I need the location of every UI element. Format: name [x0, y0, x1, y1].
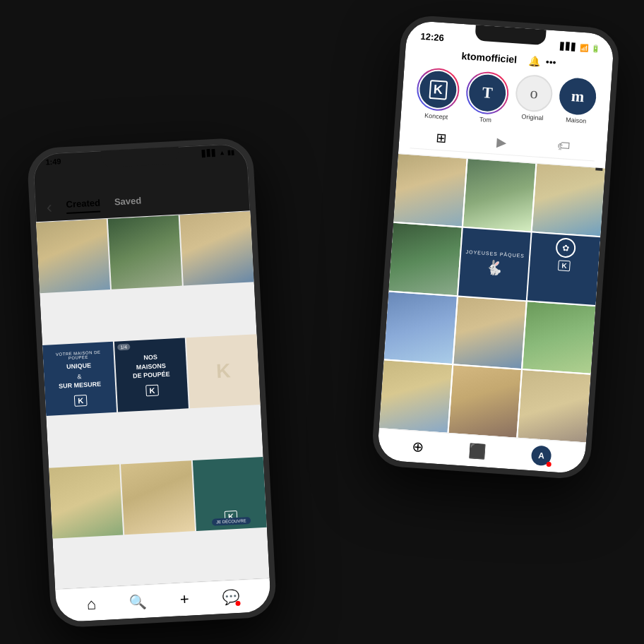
card1-title-mesure: SUR MESURE	[59, 381, 101, 390]
reels-icon[interactable]: ⬛	[468, 442, 487, 460]
grid-cell-11[interactable]	[448, 365, 521, 437]
story-koncept[interactable]: K Koncept	[415, 67, 460, 121]
plus-icon[interactable]: +	[179, 590, 189, 609]
story-tom[interactable]: T Tom	[464, 71, 510, 125]
card1-ampersand: &	[77, 373, 82, 380]
card1-subtitle: VOTRE MAISON DE POUPÉE	[49, 350, 109, 361]
scene: 12:26 ▋▋▋ 📶 🔋 ktomofficiel 🔔 •••	[0, 0, 644, 644]
grid-front-cell-9[interactable]: K JE DÉCOUVRE	[193, 457, 267, 531]
grid-cell-4[interactable]	[388, 223, 461, 295]
grid-cell-9[interactable]	[523, 302, 595, 374]
battery-icon: 🔋	[591, 44, 600, 53]
home-icon[interactable]: ⌂	[86, 595, 97, 614]
tab-saved[interactable]: Saved	[114, 195, 142, 211]
card1-logo: K	[74, 395, 88, 407]
tagged-tab-icon[interactable]: 🏷	[557, 138, 571, 155]
search-icon[interactable]: 🔍	[129, 593, 147, 611]
grid-front: VOTRE MAISON DE POUPÉE UNIQUE & SUR MESU…	[36, 211, 270, 589]
grid-cell-10[interactable]	[379, 361, 452, 433]
discover-button[interactable]: JE DÉCOUVRE	[212, 517, 251, 526]
grid-cell-2[interactable]	[463, 159, 536, 231]
grid-front-cell-6[interactable]: K	[186, 334, 261, 408]
story-circle-original: o	[515, 74, 554, 114]
grid-cell-8[interactable]	[453, 297, 526, 369]
status-icons-back: ▋▋▋ 📶 🔋	[560, 42, 600, 53]
grid-front-cell-5[interactable]: 1/4 NOS MAISONS DE POUPÉE K	[114, 338, 189, 412]
status-time-front: 1:49	[45, 157, 61, 166]
status-time-back: 12:26	[420, 31, 444, 43]
grid-cell-3[interactable]: UNBOXING	[532, 164, 605, 236]
grid-front-cell-3[interactable]	[180, 211, 254, 285]
signal-icon: ▋▋▋	[560, 42, 578, 52]
grid-back: UNBOXING JOYEUSES PÂQUES 🐇 ✿ K	[379, 154, 605, 443]
battery-icon-front: ▮▮	[227, 148, 235, 156]
profile-header-back: ktomofficiel 🔔 ••• K	[398, 43, 613, 168]
status-area-front: 1:49 ▋▋▋ ▲ ▮▮	[32, 143, 248, 174]
back-button[interactable]	[46, 197, 52, 217]
card2-title3: DE POUPÉE	[133, 371, 170, 381]
grid-cell-5[interactable]: JOYEUSES PÂQUES 🐇	[458, 227, 531, 299]
tab-created[interactable]: Created	[66, 197, 100, 214]
k-logo-back: K	[558, 260, 571, 271]
card2-num: 1/4	[117, 344, 130, 351]
rabbit-icon: 🐇	[485, 258, 504, 277]
card2-title1: NOS	[143, 353, 157, 362]
grid-tab-icon[interactable]: ⊞	[436, 130, 447, 146]
story-label-original: Original	[521, 113, 544, 121]
story-label-tom: Tom	[479, 116, 492, 124]
grid-front-cell-7[interactable]	[49, 465, 123, 539]
card2-title2: MAISONS	[136, 362, 167, 371]
more-icon[interactable]: •••	[545, 56, 556, 68]
add-circle-icon[interactable]: ⊕	[411, 438, 424, 455]
easter-text: JOYEUSES PÂQUES	[465, 249, 525, 258]
story-circle-tom: T	[467, 73, 507, 113]
card1-title-unique: UNIQUE	[66, 362, 92, 371]
grid-front-cell-8[interactable]	[121, 460, 195, 535]
story-label-maison: Maison	[566, 117, 587, 125]
story-maison[interactable]: m Maison	[557, 77, 597, 131]
bell-icon[interactable]: 🔔	[527, 55, 540, 67]
chat-notification-dot	[236, 601, 241, 606]
signal-icon-front: ▋▋▋	[202, 150, 217, 157]
beige-k-pattern: K	[215, 359, 231, 383]
username-text: ktomofficiel	[461, 50, 518, 65]
phone-back: 12:26 ▋▋▋ 📶 🔋 ktomofficiel 🔔 •••	[371, 14, 621, 480]
reels-tab-icon[interactable]: ▶	[496, 134, 508, 150]
grid-cell-6[interactable]: ✿ K	[527, 232, 600, 304]
grid-front-cell-2[interactable]	[108, 215, 182, 290]
grid-cell-12[interactable]	[518, 370, 591, 442]
grid-cell-1[interactable]	[393, 154, 466, 226]
story-circle-koncept: K	[419, 70, 458, 109]
phone-front: 1:49 ▋▋▋ ▲ ▮▮ Created Saved	[26, 137, 277, 628]
wifi-icon-front: ▲	[219, 149, 225, 156]
grid-cell-7[interactable]	[384, 292, 457, 364]
card2-logo: K	[145, 385, 159, 397]
flower-icon: ✿	[555, 237, 576, 258]
wifi-icon: 📶	[580, 44, 589, 52]
nav-tabs: Created Saved	[66, 195, 142, 214]
grid-front-cell-4[interactable]: VOTRE MAISON DE POUPÉE UNIQUE & SUR MESU…	[42, 342, 117, 416]
story-original[interactable]: o Original	[513, 74, 554, 128]
story-circle-maison: m	[558, 77, 597, 117]
notch-front	[101, 147, 179, 168]
grid-front-cell-1[interactable]	[36, 219, 110, 293]
notification-dot	[546, 462, 551, 467]
story-label-koncept: Koncept	[424, 112, 448, 121]
